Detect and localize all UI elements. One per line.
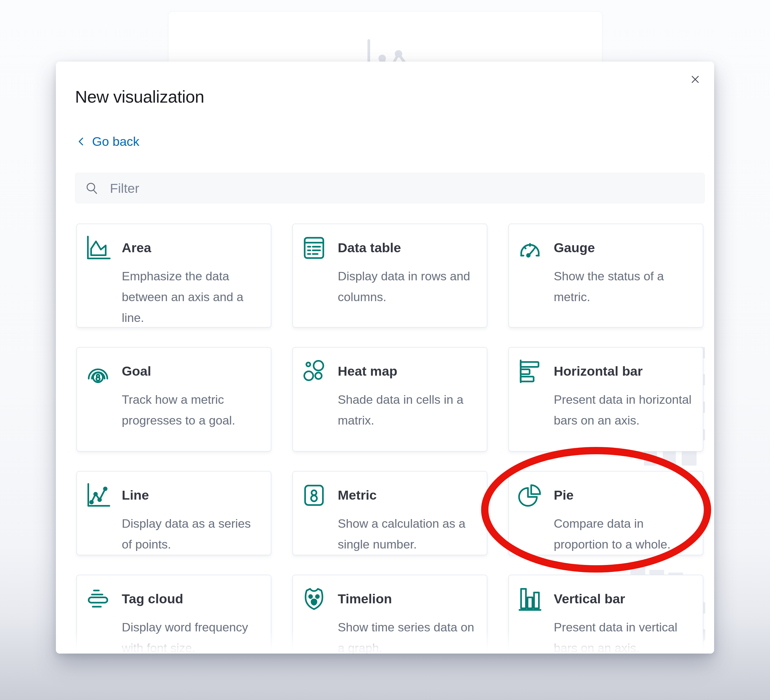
filter-input[interactable] — [109, 180, 695, 196]
card-title: Timelion — [338, 592, 392, 606]
card-description: Show time series data on a graph. — [338, 617, 477, 653]
page-background: New visualization Go back Area E — [0, 0, 770, 700]
visualization-grid: Area Emphasize the data between an axis … — [76, 224, 703, 653]
card-description: Present data in horizontal bars on an ax… — [554, 389, 693, 431]
card-description: Display data as a series of points. — [122, 513, 261, 555]
card-area[interactable]: Area Emphasize the data between an axis … — [76, 224, 271, 327]
card-timelion[interactable]: Timelion Show time series data on a grap… — [293, 575, 487, 653]
card-title: Heat map — [338, 364, 398, 379]
gauge-icon — [517, 235, 543, 261]
close-icon[interactable] — [688, 72, 702, 86]
card-title: Pie — [554, 488, 574, 502]
card-gauge[interactable]: Gauge Show the status of a metric. — [508, 224, 703, 327]
card-title: Tag cloud — [122, 592, 183, 606]
card-data-table[interactable]: Data table Display data in rows and colu… — [293, 224, 487, 327]
card-title: Goal — [122, 364, 151, 379]
timelion-icon — [301, 586, 327, 612]
card-description: Show a calculation as a single number. — [338, 513, 477, 555]
card-description: Shade data in cells in a matrix. — [338, 389, 477, 431]
tag-cloud-icon — [85, 586, 111, 612]
card-title: Area — [122, 241, 151, 255]
search-icon — [84, 181, 100, 196]
go-back-label: Go back — [92, 134, 139, 149]
card-title: Data table — [338, 241, 401, 255]
data-table-icon — [301, 235, 327, 261]
line-chart-icon — [85, 482, 111, 508]
goal-icon — [85, 358, 111, 384]
card-title: Horizontal bar — [554, 364, 642, 379]
card-title: Gauge — [554, 241, 595, 255]
card-tag-cloud[interactable]: Tag cloud Display word frequency with fo… — [76, 575, 271, 653]
heat-map-icon — [301, 358, 327, 384]
card-description: Track how a metric progresses to a goal. — [122, 389, 261, 431]
card-title: Metric — [338, 488, 377, 502]
card-description: Emphasize the data between an axis and a… — [122, 266, 261, 327]
card-description: Present data in vertical bars on an axis… — [554, 617, 693, 653]
card-title: Vertical bar — [554, 592, 625, 606]
card-description: Show the status of a metric. — [554, 266, 693, 307]
card-horizontal-bar[interactable]: Horizontal bar Present data in horizonta… — [508, 347, 703, 452]
card-goal[interactable]: Goal Track how a metric progresses to a … — [76, 347, 271, 452]
card-title: Line — [122, 488, 149, 502]
filter-search-field[interactable] — [75, 173, 705, 203]
horizontal-bar-icon — [517, 358, 543, 384]
metric-icon — [301, 482, 327, 508]
card-description: Display data in rows and columns. — [338, 266, 477, 307]
card-heat-map[interactable]: Heat map Shade data in cells in a matrix… — [293, 347, 487, 452]
card-metric[interactable]: Metric Show a calculation as a single nu… — [293, 471, 487, 555]
chevron-left-icon — [76, 136, 87, 147]
area-chart-icon — [85, 235, 111, 261]
card-line[interactable]: Line Display data as a series of points. — [76, 471, 271, 555]
card-vertical-bar[interactable]: Vertical bar Present data in vertical ba… — [508, 575, 703, 653]
page-title: New visualization — [75, 87, 204, 106]
pie-chart-icon — [517, 482, 543, 508]
card-description: Display word frequency with font size. — [122, 617, 261, 653]
go-back-link[interactable]: Go back — [76, 134, 139, 149]
card-pie[interactable]: Pie Compare data in proportion to a whol… — [508, 471, 703, 555]
new-visualization-modal: New visualization Go back Area E — [56, 62, 714, 653]
card-description: Compare data in proportion to a whole. — [554, 513, 693, 555]
vertical-bar-icon — [517, 586, 543, 612]
